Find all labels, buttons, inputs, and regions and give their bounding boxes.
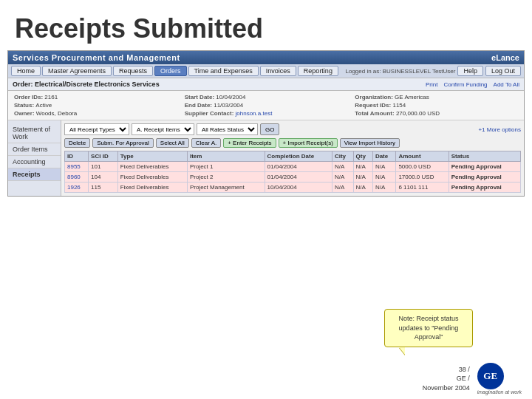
nav-master-agreements[interactable]: Master Agreements <box>42 66 112 76</box>
receipt-date-2: N/A <box>372 172 396 183</box>
submit-approval-button[interactable]: Subm. For Approval <box>92 138 154 148</box>
receipt-status-1: Pending Approval <box>449 162 520 172</box>
more-options-link[interactable]: +1 More options <box>478 126 521 133</box>
order-label: Order: Electrical/Discrete Electronics S… <box>13 81 160 88</box>
order-details: Order IDs: 2161 Start Date: 10/04/2004 O… <box>8 91 524 120</box>
col-amount: Amount <box>396 151 449 162</box>
top-nav: Services Procurement and Management eLan… <box>8 51 524 64</box>
order-field-startdate: Start Date: 10/04/2004 <box>185 94 348 100</box>
receipt-id-3[interactable]: 1926 <box>65 183 89 193</box>
ge-logo-area: GE imagination at work <box>477 363 522 395</box>
logout-button[interactable]: Log Out <box>485 66 521 76</box>
footer-date: November 2004 <box>423 383 470 393</box>
print-link[interactable]: Print <box>426 81 437 88</box>
nav-time-expenses[interactable]: Time and Expenses <box>188 66 259 76</box>
receipt-date-3: N/A <box>372 183 396 193</box>
order-field-request-id: Request IDs: 1154 <box>355 102 518 109</box>
receipt-qty-2: N/A <box>353 172 372 183</box>
receipt-completion-3: 10/04/2004 <box>265 183 332 193</box>
receipt-city-1: N/A <box>332 162 353 172</box>
callout-container: Note: Receipt status updates to "Pending… <box>384 309 473 355</box>
receipt-sci-1: 101 <box>89 162 118 172</box>
col-date: Date <box>372 151 396 162</box>
receipt-type-2: Fixed Deliverables <box>117 172 187 183</box>
sidebar-item-statement[interactable]: Statement of Work <box>8 123 61 143</box>
order-actions: Print Confirm Funding Add To All <box>426 81 519 88</box>
receipt-id-2[interactable]: 8960 <box>65 172 89 183</box>
nav-home[interactable]: Home <box>11 66 41 76</box>
import-receipts-button[interactable]: + Import Receipt(s) <box>279 138 338 148</box>
order-field-total: Total Amount: 270,000.00 USD <box>355 110 518 117</box>
col-city: City <box>332 151 353 162</box>
order-field-owner: Owner: Woods, Debora <box>14 110 177 117</box>
add-to-all-link[interactable]: Add To All <box>494 81 519 88</box>
col-id: ID <box>65 151 89 162</box>
sidebar-item-order-items[interactable]: Order Items <box>8 143 61 156</box>
order-field-enddate: End Date: 11/03/2004 <box>185 102 348 109</box>
col-sci-id: SCI ID <box>89 151 118 162</box>
nav-requests[interactable]: Requests <box>113 66 153 76</box>
enter-receipts-button[interactable]: + Enter Receipts <box>223 138 276 148</box>
nav-reporting[interactable]: Reporting <box>298 66 338 76</box>
table-row: 8960 104 Fixed Deliverables Project 2 01… <box>65 172 521 183</box>
col-status: Status <box>449 151 520 162</box>
view-history-button[interactable]: View Import History <box>340 138 400 148</box>
help-button[interactable]: Help <box>457 66 483 76</box>
order-field-status: Status: Active <box>14 102 177 109</box>
footer-tagline: imagination at work <box>477 389 522 395</box>
content-area: Statement of Work Order Items Accounting… <box>8 120 524 196</box>
receipt-amount-1: 5000.0 USD <box>396 162 449 172</box>
logged-in-text: Logged in as: BUSINESSLEVEL TestUser <box>345 68 455 75</box>
receipt-status-2: Pending Approval <box>449 172 520 183</box>
status-filter[interactable]: All Rates Status <box>197 123 258 135</box>
sidebar: Statement of Work Order Items Accounting… <box>8 120 61 196</box>
brand-logo: eLance <box>491 53 519 62</box>
select-all-button[interactable]: Select All <box>156 138 189 148</box>
sidebar-item-receipts[interactable]: Receipts <box>8 168 61 181</box>
receipt-type-filter[interactable]: All Receipt Types <box>64 123 129 135</box>
nav-invoices[interactable]: Invoices <box>260 66 296 76</box>
receipt-amount-3: 6 1101 111 <box>396 183 449 193</box>
receipt-type-3: Fixed Deliverables <box>117 183 187 193</box>
receipt-date-1: N/A <box>372 162 396 172</box>
callout-box: Note: Receipt status updates to "Pending… <box>384 309 473 347</box>
receipt-sci-2: 104 <box>89 172 118 183</box>
col-completion: Completion Date <box>265 151 332 162</box>
table-row: 1926 115 Fixed Deliverables Project Mana… <box>65 183 521 193</box>
receipt-item-2: Project 2 <box>187 172 265 183</box>
approval-filter[interactable]: A. Receipt Items <box>132 123 194 135</box>
col-item: Item <box>187 151 265 162</box>
receipt-id-1[interactable]: 8955 <box>65 162 89 172</box>
receipt-completion-2: 01/04/2004 <box>265 172 332 183</box>
col-type: Type <box>117 151 187 162</box>
receipt-type-1: Fixed Deliverables <box>117 162 187 172</box>
receipts-table: ID SCI ID Type Item Completion Date City… <box>64 151 521 193</box>
order-label-text: Order: <box>13 81 33 88</box>
receipt-qty-1: N/A <box>353 162 372 172</box>
nav-orders[interactable]: Orders <box>154 66 187 76</box>
receipt-amount-2: 17000.0 USD <box>396 172 449 183</box>
footer-text-block: 38 / GE / November 2004 <box>423 365 470 393</box>
sidebar-item-accounting[interactable]: Accounting <box>8 156 61 168</box>
go-button[interactable]: GO <box>260 123 279 135</box>
receipt-qty-3: N/A <box>353 183 372 193</box>
page-title: Receipts Submitted <box>0 0 532 50</box>
order-field-id: Order IDs: 2161 <box>14 94 177 100</box>
receipt-city-3: N/A <box>332 183 353 193</box>
clear-all-button[interactable]: Clear A. <box>191 138 221 148</box>
receipt-item-1: Project 1 <box>187 162 265 172</box>
main-container: Services Procurement and Management eLan… <box>7 50 525 197</box>
order-name: Electrical/Discrete Electronics Services <box>35 81 160 88</box>
course-ref: GE / <box>423 374 470 383</box>
callout-text: Note: Receipt status updates to "Pending… <box>398 315 458 341</box>
main-panel: All Receipt Types A. Receipt Items All R… <box>61 120 524 196</box>
receipt-completion-1: 01/04/2004 <box>265 162 332 172</box>
filter-row: All Receipt Types A. Receipt Items All R… <box>64 123 521 135</box>
nav-right-area: Logged in as: BUSINESSLEVEL TestUser Hel… <box>345 66 521 76</box>
col-qty: Qty <box>353 151 372 162</box>
confirm-funding-link[interactable]: Confirm Funding <box>443 81 487 88</box>
delete-button[interactable]: Delete <box>64 138 90 148</box>
app-title: Services Procurement and Management <box>13 53 180 62</box>
receipt-sci-3: 115 <box>89 183 118 193</box>
order-field-org: Organization: GE Americas <box>355 94 518 100</box>
